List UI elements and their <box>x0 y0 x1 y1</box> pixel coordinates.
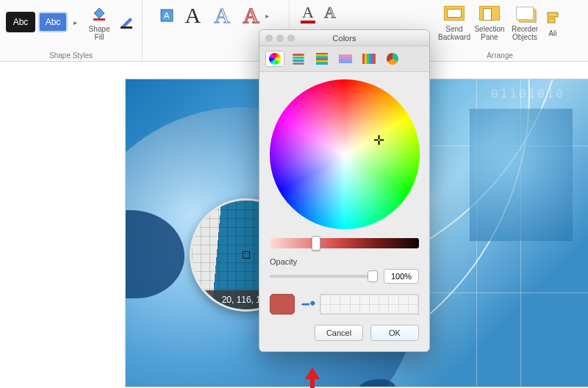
brightness-slider[interactable] <box>270 238 419 248</box>
group-shape-styles: Abc Abc ▸ Shape Fill Shape Styles <box>0 0 143 61</box>
shape-styles-group-label: Shape Styles <box>49 50 93 60</box>
group-arrange: Send Backward Selection Pane Reorder Obj… <box>412 0 588 61</box>
brightness-thumb[interactable] <box>312 236 320 251</box>
binary-text-decoration: 01101010 <box>491 87 565 101</box>
pencils-icon <box>362 54 376 64</box>
opacity-value-field[interactable]: 100% <box>384 269 419 284</box>
tab-color-wheel[interactable] <box>265 51 284 67</box>
align-icon <box>545 7 560 28</box>
wordart-more-icon[interactable]: ▸ <box>262 12 272 20</box>
current-color-swatch[interactable] <box>270 294 295 315</box>
align-button[interactable]: Ali <box>544 7 562 37</box>
quick-styles-button[interactable]: A <box>159 5 174 26</box>
tab-color-sliders[interactable] <box>289 51 308 67</box>
shape-fill-button[interactable]: Shape Fill <box>83 3 115 41</box>
wordart-preset-plain[interactable]: A <box>184 3 201 28</box>
pen-icon <box>120 12 135 32</box>
quick-styles-icon: A <box>160 5 173 26</box>
svg-rect-4 <box>548 12 558 17</box>
selection-pane-icon <box>479 6 500 21</box>
text-outline-button[interactable]: A <box>324 3 336 22</box>
arrange-group-label: Arrange <box>487 50 513 60</box>
shape-fill-label: Shape Fill <box>89 25 110 41</box>
wordart-preset-outline[interactable]: A <box>214 3 230 28</box>
loupe-target-icon <box>243 251 250 259</box>
opacity-slider[interactable] <box>270 275 378 278</box>
tutorial-arrow-icon <box>305 367 320 388</box>
picker-titlebar[interactable]: Colors <box>259 30 429 46</box>
svg-rect-1 <box>121 26 132 29</box>
paint-bucket-icon <box>91 3 107 24</box>
shape-style-preset-dark[interactable]: Abc <box>6 12 35 32</box>
tab-color-palettes[interactable] <box>312 51 331 67</box>
shape-styles-more-icon[interactable]: ▸ <box>71 18 80 26</box>
image-palettes-icon <box>339 54 352 63</box>
color-picker-panel: Colors ✛ Opacity 100% <box>259 29 430 352</box>
sliders-icon <box>293 53 304 65</box>
wordart-preset-shadow[interactable]: A <box>243 3 259 28</box>
custom-icon <box>387 53 398 65</box>
color-wheel[interactable]: ✛ <box>270 79 420 229</box>
opacity-label: Opacity <box>270 257 419 266</box>
tab-image-palettes[interactable] <box>336 51 355 67</box>
shape-style-preset-blue[interactable]: Abc <box>38 12 68 32</box>
picker-mode-tabs <box>259 46 429 72</box>
eyedropper-icon <box>299 294 318 312</box>
font-color-button[interactable]: A <box>302 3 314 22</box>
reorder-objects-icon <box>516 7 534 20</box>
svg-rect-0 <box>93 18 105 21</box>
opacity-thumb[interactable] <box>368 270 378 282</box>
send-backward-icon <box>444 6 465 21</box>
align-label: Ali <box>548 29 556 37</box>
shape-outline-button[interactable] <box>118 12 136 32</box>
saved-swatches-grid[interactable] <box>320 294 419 315</box>
selection-pane-label: Selection Pane <box>474 25 504 41</box>
ok-button[interactable]: OK <box>370 325 419 341</box>
window-traffic-lights[interactable] <box>265 35 295 42</box>
palettes-icon <box>316 53 328 65</box>
send-backward-label: Send Backward <box>438 25 470 41</box>
svg-text:A: A <box>164 11 170 20</box>
eyedropper-button[interactable] <box>297 294 318 315</box>
selection-pane-button[interactable]: Selection Pane <box>473 3 506 41</box>
send-backward-button[interactable]: Send Backward <box>438 3 470 41</box>
color-wheel-crosshair-icon: ✛ <box>373 132 384 148</box>
tab-custom[interactable] <box>383 51 402 67</box>
tab-pencils[interactable] <box>359 51 379 67</box>
cancel-button[interactable]: Cancel <box>315 325 363 341</box>
svg-rect-5 <box>548 18 555 23</box>
reorder-objects-label: Reorder Objects <box>512 25 538 41</box>
color-wheel-icon <box>269 53 281 65</box>
svg-point-6 <box>309 300 315 306</box>
reorder-objects-button[interactable]: Reorder Objects <box>509 3 541 41</box>
